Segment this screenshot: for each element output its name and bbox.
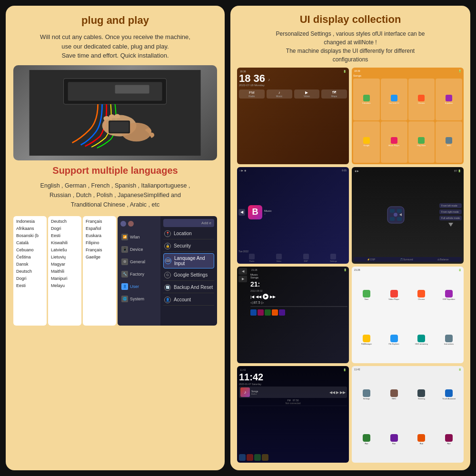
right-panel: UI display collection Personalized Setti…: [230, 6, 470, 470]
lang-item: Eesti: [49, 232, 80, 239]
lang-item: Español: [84, 225, 115, 232]
support-desc: English , German , French , Spanish , It…: [13, 181, 217, 209]
lang-item: Euskara: [84, 232, 115, 239]
app-hd2: HD2 streaming: [408, 318, 435, 362]
nav-item-user[interactable]: 👤 User: [118, 281, 160, 292]
lang-item: Dogri: [49, 225, 80, 232]
app-navi: Navi: [353, 273, 380, 317]
ss2-inner: 18:39🔋 Songs Calculator Car Link 2.0: [352, 68, 464, 164]
ss7-music-bar: ♪ Songs Author ◀◀▶▶▶: [239, 387, 347, 398]
svg-marker-15: [448, 223, 453, 227]
settings-mockup: Indonesia Afrikaans Bosanski (b Català C…: [13, 216, 217, 326]
screenshot-settings-light: 11:42🔋 Settings SWC Steer: [352, 366, 464, 463]
app-settings2: Settings: [353, 373, 380, 416]
app-chrome2: Chrome: [408, 273, 435, 317]
ss3-statusbar: □ ▶ ◉8:05: [238, 169, 347, 172]
app-chrome: Chrome: [408, 79, 435, 120]
account-icon: 👤: [164, 297, 171, 303]
nav-item-wlan[interactable]: 📶 Wlan: [118, 231, 160, 243]
language-panel-2: Deutsch Dogri Eesti Kiswahili Latviešu L…: [48, 216, 81, 326]
app-fileexplorer: File Explorer: [381, 318, 407, 362]
nav-general-icon: ⚙: [121, 258, 128, 265]
nav-factory-label: Factory: [130, 272, 144, 277]
lang-item: Gaeilge: [84, 254, 115, 260]
car-installation-image: [13, 65, 217, 160]
nav-item-device[interactable]: 📱 Device: [118, 244, 160, 255]
app-filemanager: FildManager: [353, 318, 380, 362]
app-extra3: App: [408, 417, 435, 461]
ss1-inner: 18:36🔋 18 36 ♪ 2022-07-18 Monday FM Radi…: [237, 68, 349, 164]
ss4-bottom-bar: ⚡ DSP 🎵 Surround ⚖ Balance: [354, 257, 462, 262]
nav-wlan-icon: 📶: [121, 234, 128, 240]
lang-item: Català: [14, 239, 46, 246]
lang-item: Cebuano: [14, 247, 46, 253]
nav-item-system[interactable]: 🌐 System: [118, 293, 160, 305]
screenshots-grid: 18:36🔋 18 36 ♪ 2022-07-18 Monday FM Radi…: [237, 68, 464, 463]
main-container: plug and play Will not cut any cables. O…: [0, 0, 476, 476]
ss4-inner: ◉ ▶BT 🔋: [352, 167, 464, 264]
lang-item: Dogri: [14, 275, 46, 282]
language-panel-3: Français Español Euskara Filipino França…: [83, 216, 116, 326]
ui-collection-title: UI display collection: [237, 13, 464, 26]
lang-item: Bosanski (b: [14, 232, 46, 239]
svg-rect-10: [397, 209, 402, 213]
ss1-time: 18: [239, 73, 250, 84]
support-title: Support multiple languages: [13, 165, 217, 176]
ss6-app-grid: Navi Video Player Chrome DSP Equali: [353, 273, 462, 362]
settings-main: 📶 Wlan 📱 Device ⚙ General 🔧 Factory: [118, 216, 217, 326]
app-calculator: Calculator: [353, 79, 380, 120]
nav-user-icon: 👤: [121, 283, 128, 290]
nav-item-general[interactable]: ⚙ General: [118, 256, 160, 268]
ss7-mini-icons: [239, 454, 347, 461]
language-panel-1: Indonesia Afrikaans Bosanski (b Català C…: [13, 216, 47, 326]
account-label: Account: [174, 297, 213, 302]
settings-row-account[interactable]: 👤 Account: [163, 295, 214, 306]
settings-row-google[interactable]: G Google Settings: [163, 270, 214, 281]
lang-item: Deutsch: [49, 218, 80, 225]
backup-icon: 🔄: [164, 284, 171, 291]
nav-device-icon: 📱: [121, 246, 128, 253]
svg-rect-3: [115, 85, 149, 93]
ss6-statusbar: 21:26🔋: [353, 268, 462, 272]
settings-row-location[interactable]: 📍 Location: [163, 228, 214, 239]
screenshot-bluetooth: □ ▶ ◉8:05 ◀ Β Music ♪ T: [237, 167, 349, 264]
nav-system-label: System: [130, 297, 144, 301]
ss7-statusbar: 11:42🔋: [239, 368, 347, 372]
lang-item: Dansk: [14, 261, 46, 268]
front-left-mode: Front left mode: [439, 203, 462, 208]
screenshot-app-grid-orange: 18:39🔋 Songs Calculator Car Link 2.0: [352, 68, 464, 164]
nav-icon-1: [120, 221, 126, 227]
nav-system-icon: 🌐: [121, 296, 128, 302]
settings-row-language[interactable]: ⌨ Lanquage And Input: [163, 253, 214, 268]
ss7-time: 11:42: [239, 372, 347, 383]
security-label: Security: [174, 243, 213, 248]
nav-factory-icon: 🔧: [121, 271, 128, 278]
settings-nav: 📶 Wlan 📱 Device ⚙ General 🔧 Factory: [118, 216, 160, 326]
settings-nav-header: [118, 219, 160, 228]
full-vehicle-mode: Full vehicle mode: [439, 216, 462, 220]
app-touchassist: Touch Assistant: [436, 373, 462, 416]
svg-rect-11: [390, 217, 395, 221]
screenshot-app-grid-light: 21:26🔋 Navi Video Player: [352, 267, 464, 363]
screenshot-clock-dark: 11:42🔋 11:42 2023-01-07 Saturday ♪ Songs…: [237, 366, 349, 463]
lang-item: Magyar: [49, 261, 80, 268]
svg-rect-7: [110, 121, 129, 132]
settings-content: Add e 📍 Location 🔒 Security ⌨ Lanquage A…: [160, 216, 217, 326]
screenshot-clock-music: 18:36🔋 18 36 ♪ 2022-07-18 Monday FM Radi…: [237, 68, 349, 164]
lang-item: Latviešu: [49, 247, 80, 253]
lang-item: Lietuvių: [49, 254, 80, 260]
bluetooth-icon: Β: [248, 205, 262, 219]
plug-title: plug and play: [13, 14, 217, 27]
google-icon: G: [164, 272, 171, 278]
surround-label: 🎵 Surround: [400, 258, 413, 261]
settings-row-security[interactable]: 🔒 Security: [163, 241, 214, 252]
app-extra2: App: [381, 417, 407, 461]
nav-wlan-label: Wlan: [130, 235, 140, 239]
ss6-inner: 21:26🔋 Navi Video Player: [352, 267, 464, 363]
settings-row-backup[interactable]: 🔄 Backup And Reset: [163, 282, 214, 293]
ss3-bottom-nav: Radio Video DSP Settings: [238, 254, 347, 262]
ss3-inner: □ ▶ ◉8:05 ◀ Β Music ♪ T: [237, 167, 349, 264]
nav-item-factory[interactable]: 🔧 Factory: [118, 268, 160, 280]
app-instructions: Instructions: [436, 318, 462, 362]
svg-point-13: [394, 213, 397, 217]
